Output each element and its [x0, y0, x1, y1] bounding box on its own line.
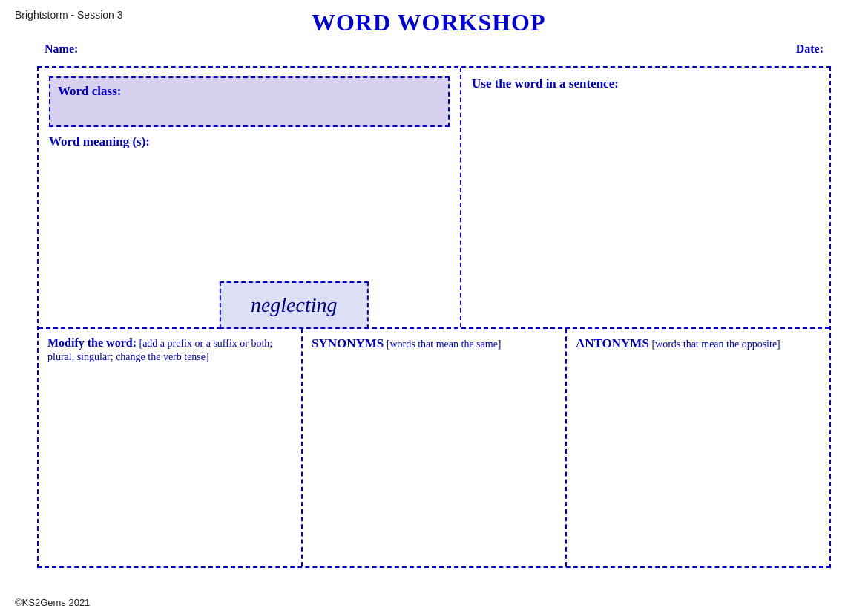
- antonyms-bold: ANTONYMS: [576, 336, 649, 350]
- right-panel: Use the word in a sentence:: [461, 68, 829, 327]
- synonyms-column: SYNONYMS [words that mean the same]: [303, 329, 567, 566]
- word-class-input[interactable]: [58, 99, 441, 120]
- modify-column: Modify the word: [add a prefix or a suff…: [39, 329, 303, 566]
- antonyms-label: ANTONYMS [words that mean the opposite]: [576, 336, 821, 351]
- main-title: WORD WORKSHOP: [123, 9, 735, 36]
- synonyms-desc: [words that mean the same]: [384, 339, 501, 350]
- synonyms-bold: SYNONYMS: [312, 336, 384, 350]
- antonyms-column: ANTONYMS [words that mean the opposite]: [567, 329, 829, 566]
- word-class-label: Word class:: [58, 84, 121, 98]
- date-label: Date:: [796, 42, 823, 56]
- sentence-label: Use the word in a sentence:: [472, 76, 819, 91]
- word-meaning-label: Word meaning (s):: [49, 134, 450, 149]
- main-grid: Word class: Word meaning (s): neglecting…: [37, 66, 831, 568]
- word-bubble: neglecting: [220, 281, 369, 329]
- focus-word: neglecting: [251, 293, 338, 316]
- left-panel: Word class: Word meaning (s): neglecting: [39, 68, 461, 327]
- modify-label: Modify the word: [add a prefix or a suff…: [47, 336, 292, 363]
- word-class-box: Word class:: [49, 76, 450, 127]
- session-label: Brightstorm - Session 3: [15, 9, 123, 21]
- synonyms-label: SYNONYMS [words that mean the same]: [312, 336, 556, 351]
- footer-copyright: ©KS2Gems 2021: [15, 597, 90, 608]
- antonyms-desc: [words that mean the opposite]: [649, 339, 780, 350]
- name-label: Name:: [45, 42, 78, 56]
- modify-bold: Modify the word:: [47, 336, 137, 349]
